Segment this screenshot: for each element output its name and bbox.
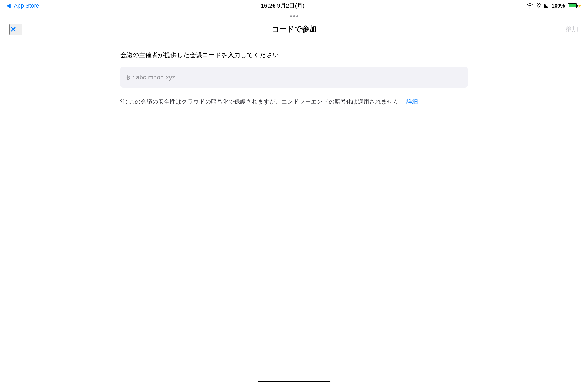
- details-link[interactable]: 詳細: [406, 98, 418, 105]
- three-dots-indicator: [290, 15, 298, 17]
- moon-icon: [544, 3, 549, 9]
- wifi-icon: [526, 3, 534, 9]
- status-bar: ◀ App Store 16:26 9月2日(月) 100% ⚡: [0, 0, 588, 11]
- status-bar-left: ◀ App Store: [6, 2, 39, 9]
- svg-point-0: [538, 4, 539, 5]
- status-date: 9月2日(月): [277, 2, 304, 10]
- back-arrow-icon[interactable]: ◀: [6, 2, 11, 9]
- main-content: 会議の主催者が提供した会議コードを入力してください 注: この会議の安全性はクラ…: [0, 38, 588, 106]
- join-button[interactable]: 参加: [565, 25, 579, 34]
- location-icon: [536, 3, 541, 9]
- home-indicator: [258, 381, 330, 382]
- note-text: 注: この会議の安全性はクラウドの暗号化で保護されますが、エンドツーエンドの暗号…: [120, 97, 468, 106]
- status-bar-right: 100% ⚡: [526, 3, 582, 9]
- status-time: 16:26: [261, 2, 276, 9]
- input-section: 会議の主催者が提供した会議コードを入力してください 注: この会議の安全性はクラ…: [120, 51, 468, 106]
- note-container: 注: この会議の安全性はクラウドの暗号化で保護されますが、エンドツーエンドの暗号…: [120, 97, 468, 106]
- page-title: コードで参加: [272, 24, 316, 34]
- app-store-label[interactable]: App Store: [14, 2, 39, 9]
- battery-icon: ⚡: [568, 3, 582, 8]
- nav-bar: ✕ コードで参加 参加: [0, 21, 588, 38]
- meeting-code-input[interactable]: [120, 67, 468, 88]
- instruction-text: 会議の主催者が提供した会議コードを入力してください: [120, 51, 468, 59]
- battery-percent: 100%: [552, 3, 565, 9]
- close-button[interactable]: ✕: [9, 24, 22, 35]
- status-bar-center: 16:26 9月2日(月): [261, 2, 304, 10]
